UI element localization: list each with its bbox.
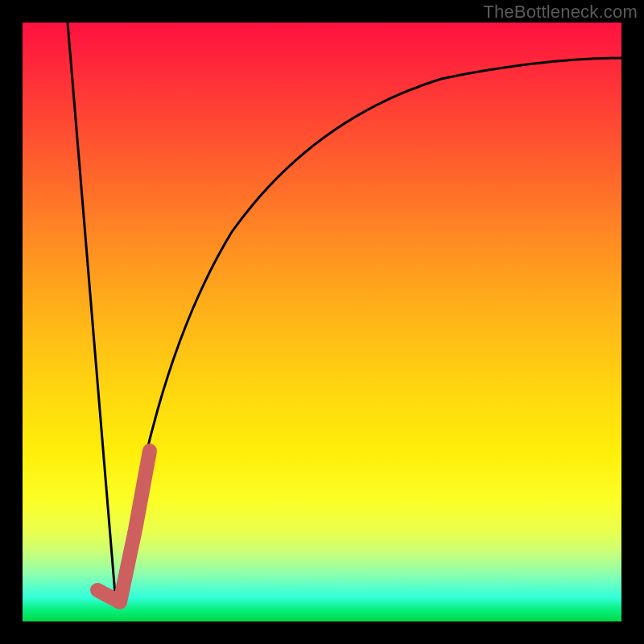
chart-frame: TheBottleneck.com <box>0 0 644 644</box>
watermark-text: TheBottleneck.com <box>483 2 638 23</box>
plot-area <box>23 23 621 621</box>
main-curve <box>116 58 621 604</box>
curves-layer <box>23 23 621 621</box>
left-descent-line <box>68 23 116 604</box>
